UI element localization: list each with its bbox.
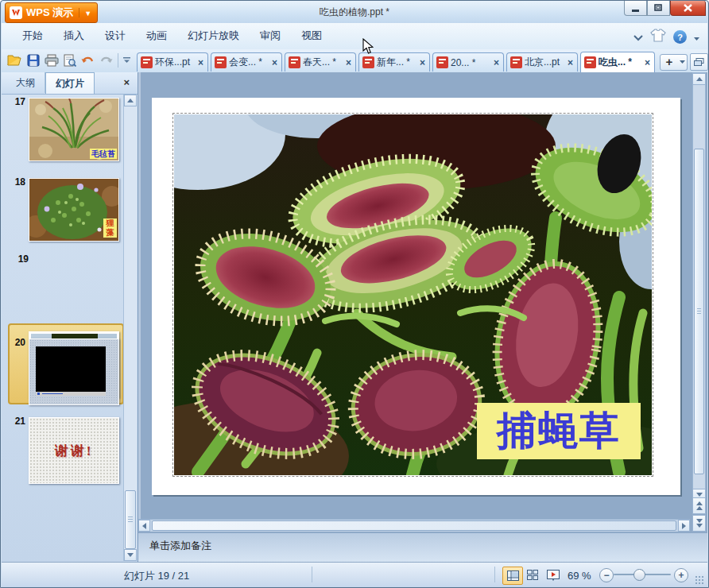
- slide-caption[interactable]: 捕蝇草: [477, 403, 641, 459]
- slide-number: 21: [6, 416, 25, 427]
- doc-tab[interactable]: 20... * ×: [432, 52, 504, 72]
- window-title: 吃虫的植物.ppt *: [2, 6, 707, 19]
- doc-tab[interactable]: 新年... * ×: [358, 52, 430, 72]
- statusbar-divider: [312, 567, 312, 582]
- redo-button[interactable]: [97, 52, 115, 69]
- slide-page[interactable]: 捕蝇草: [152, 98, 680, 495]
- slide-number: 18: [6, 176, 25, 188]
- wps-presentation-window: WPS 演示 ▼ 吃虫的植物.ppt * 开始 插入 设计 动画 幻灯片放映 审…: [0, 0, 709, 588]
- close-button[interactable]: [670, 1, 706, 16]
- ppt-file-icon: [141, 56, 153, 68]
- menu-animation[interactable]: 动画: [146, 29, 167, 43]
- open-button[interactable]: [6, 52, 24, 69]
- doc-tab[interactable]: 春天... * ×: [285, 52, 356, 72]
- tab-close-icon[interactable]: ×: [567, 57, 574, 68]
- scrollbar-thumb[interactable]: [152, 520, 676, 531]
- ppt-file-icon: [510, 56, 522, 68]
- zoom-slider-thumb[interactable]: [633, 569, 645, 581]
- help-caret-icon[interactable]: [694, 30, 699, 44]
- tab-outline[interactable]: 大纲: [6, 72, 45, 93]
- video-play-icon: [37, 393, 40, 395]
- ppt-file-icon: [289, 56, 300, 68]
- menu-view[interactable]: 视图: [301, 29, 322, 43]
- resize-grip[interactable]: [695, 575, 704, 585]
- scroll-up-button[interactable]: [124, 95, 137, 106]
- tab-close-icon[interactable]: ×: [493, 57, 500, 68]
- ppt-file-icon: [584, 56, 596, 68]
- tab-close-icon[interactable]: ×: [419, 57, 426, 68]
- scroll-up-button[interactable]: [692, 73, 706, 85]
- video-controls-bar: [36, 392, 106, 396]
- slide-number: 20: [6, 337, 25, 348]
- skin-icon[interactable]: [650, 29, 666, 45]
- statusbar: 幻灯片 19 / 21 69 % − +: [2, 562, 707, 587]
- slide-thumbnail-20[interactable]: [29, 338, 119, 405]
- canvas-hscrollbar[interactable]: [138, 519, 690, 532]
- ppt-file-icon: [215, 56, 227, 68]
- menu-design[interactable]: 设计: [105, 29, 126, 43]
- zoom-in-button[interactable]: +: [674, 568, 688, 582]
- slide-number: 17: [6, 96, 25, 107]
- video-seekbar: [42, 393, 63, 394]
- tab-slides[interactable]: 幻灯片: [45, 72, 95, 94]
- scroll-down-button[interactable]: [124, 549, 137, 561]
- doc-tab-active[interactable]: 吃虫... * ×: [580, 52, 655, 72]
- print-preview-button[interactable]: [60, 52, 79, 69]
- previous-slide-button[interactable]: [692, 497, 706, 514]
- tab-close-icon[interactable]: ×: [197, 57, 204, 68]
- menu-review[interactable]: 审阅: [260, 29, 281, 43]
- scrollbar-thumb[interactable]: [694, 149, 704, 474]
- panel-close-icon[interactable]: ×: [123, 76, 130, 88]
- menu-home[interactable]: 开始: [22, 29, 43, 43]
- collapse-ribbon-icon[interactable]: [633, 30, 643, 44]
- flytrap-photo[interactable]: 捕蝇草: [174, 114, 652, 475]
- zoom-out-button[interactable]: −: [599, 568, 614, 582]
- slide-sorter-button[interactable]: [523, 567, 542, 583]
- slide-editor: 捕蝇草 单击添加备注: [138, 72, 707, 562]
- doc-tab[interactable]: 北京...pt ×: [506, 52, 578, 72]
- arrange-windows-button[interactable]: [690, 53, 708, 71]
- slide-number: 19: [10, 253, 29, 265]
- statusbar-divider: [494, 567, 495, 582]
- slide-panel: 大纲 幻灯片 × 17: [2, 72, 138, 562]
- canvas-vscrollbar[interactable]: [692, 72, 706, 501]
- tab-close-icon[interactable]: ×: [271, 57, 278, 68]
- thumb-caption: 毛毡苔: [90, 149, 117, 159]
- tab-close-icon[interactable]: ×: [345, 57, 352, 68]
- notes-placeholder: 单击添加备注: [149, 540, 211, 551]
- thumbnails-scrollbar[interactable]: [123, 95, 137, 561]
- undo-button[interactable]: [79, 52, 97, 69]
- panel-tabs: 大纲 幻灯片 ×: [2, 72, 138, 95]
- scrollbar-thumb[interactable]: [125, 490, 136, 549]
- slide-thumbnail-17[interactable]: 毛毡苔: [29, 98, 119, 161]
- ppt-file-icon: [436, 56, 448, 68]
- scroll-right-button[interactable]: [678, 520, 690, 532]
- slide-thumbnail-18[interactable]: 狸藻: [29, 178, 119, 242]
- maximize-button[interactable]: [647, 1, 670, 16]
- minimize-button[interactable]: [624, 1, 647, 16]
- help-button[interactable]: ?: [673, 30, 687, 44]
- notes-pane[interactable]: 单击添加备注: [138, 532, 707, 562]
- menubar: 开始 插入 设计 动画 幻灯片放映 审阅 视图 ?: [2, 23, 707, 49]
- ppt-file-icon: [362, 56, 374, 68]
- video-placeholder: [36, 346, 106, 396]
- scroll-left-button[interactable]: [138, 520, 150, 532]
- toolbar-overflow-icon[interactable]: [121, 52, 132, 69]
- next-slide-button[interactable]: [692, 515, 706, 532]
- doc-tab[interactable]: 会变... * ×: [211, 52, 282, 72]
- menu-insert[interactable]: 插入: [64, 29, 84, 43]
- slide-thumbnail-21[interactable]: 谢谢!: [29, 417, 119, 484]
- new-tab-button[interactable]: +: [660, 54, 679, 71]
- tab-close-icon[interactable]: ×: [644, 57, 651, 68]
- menu-slideshow[interactable]: 幻灯片放映: [188, 29, 239, 43]
- normal-view-button[interactable]: [502, 567, 523, 585]
- tab-list-caret-icon[interactable]: [677, 54, 688, 71]
- save-button[interactable]: [24, 52, 42, 69]
- slideshow-button[interactable]: [544, 567, 563, 583]
- toolbar-separator: [118, 53, 118, 68]
- slide-canvas[interactable]: 捕蝇草: [138, 72, 707, 520]
- doc-tab[interactable]: 环保...pt ×: [137, 52, 208, 72]
- print-button[interactable]: [42, 52, 60, 69]
- zoom-level: 69 %: [568, 570, 591, 582]
- thumb-text: 谢谢!: [55, 442, 94, 460]
